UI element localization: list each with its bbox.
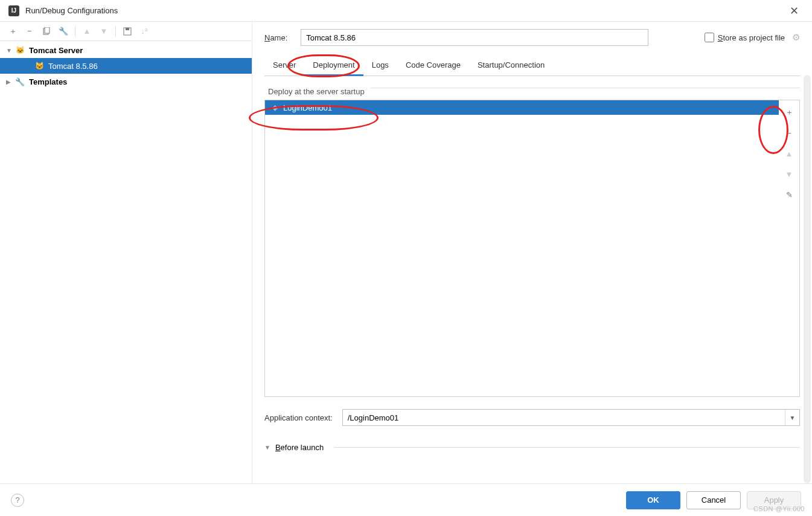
tree-label: Templates (28, 77, 67, 86)
app-context-row: Application context: ▼ (264, 409, 800, 426)
move-up-icon: ▲ (80, 25, 94, 38)
right-panel: Name: Store as project file ⚙ Server Dep… (252, 22, 812, 483)
artifact-icon: ◈ (270, 103, 280, 112)
deploy-item[interactable]: ◈ LoginDemo01 (265, 100, 779, 115)
deploy-area: ◈ LoginDemo01 ＋ − ▲ ▼ ✎ (264, 100, 800, 397)
close-icon[interactable]: ✕ (785, 2, 804, 20)
tree-label: Tomcat 8.5.86 (47, 62, 98, 71)
store-checkbox[interactable] (705, 33, 714, 42)
add-config-icon[interactable]: ＋ (6, 25, 19, 38)
watermark: CSDN @Yii.000 (753, 505, 805, 512)
left-toolbar: ＋ − 🔧 ▲ ▼ ↓ª (0, 22, 252, 41)
tab-startup-connection[interactable]: Startup/Connection (469, 57, 553, 76)
deploy-toolbar: ＋ − ▲ ▼ ✎ (779, 100, 799, 396)
ok-button[interactable]: OK (626, 491, 680, 509)
before-launch-section[interactable]: ▼ Before launch (264, 443, 800, 452)
divider (334, 447, 800, 448)
expand-icon[interactable] (6, 79, 14, 85)
tree-node-tomcat-instance[interactable]: 🐱 Tomcat 8.5.86 (0, 58, 252, 74)
app-context-combo[interactable]: ▼ (342, 409, 800, 426)
tree-label: Tomcat Server (28, 46, 83, 55)
name-input[interactable] (301, 29, 648, 46)
app-context-input[interactable] (343, 410, 785, 425)
tab-deployment[interactable]: Deployment (304, 57, 363, 76)
expand-icon[interactable] (6, 47, 14, 54)
remove-config-icon[interactable]: − (23, 25, 36, 38)
copy-config-icon[interactable] (40, 25, 53, 38)
tomcat-icon: 🐱 (34, 61, 45, 71)
deploy-section-header: Deploy at the server startup (264, 76, 800, 100)
svg-rect-1 (45, 27, 50, 33)
toolbar-separator (75, 26, 75, 37)
remove-artifact-icon[interactable]: − (782, 126, 796, 140)
store-label: Store as project file (718, 33, 785, 42)
name-label: Name: (264, 33, 287, 42)
move-down-icon: ▼ (97, 25, 110, 38)
store-as-project-file[interactable]: Store as project file ⚙ (705, 32, 800, 43)
wrench-icon: 🔧 (14, 77, 25, 86)
add-artifact-icon[interactable]: ＋ (782, 105, 796, 120)
sort-icon: ↓ª (138, 25, 151, 38)
left-panel: ＋ − 🔧 ▲ ▼ ↓ª 🐱 Tomcat Server 🐱 Tomcat 8.… (0, 22, 252, 483)
help-icon[interactable]: ? (11, 494, 24, 507)
toolbar-separator (115, 26, 116, 37)
scrollbar[interactable] (804, 75, 811, 483)
window-title: Run/Debug Configurations (25, 6, 785, 15)
title-bar: IJ Run/Debug Configurations ✕ (0, 0, 812, 22)
cancel-button[interactable]: Cancel (686, 491, 741, 509)
edit-config-icon[interactable]: 🔧 (57, 25, 70, 38)
collapse-icon[interactable]: ▼ (264, 444, 270, 451)
tree-node-tomcat-server[interactable]: 🐱 Tomcat Server (0, 42, 252, 58)
name-row: Name: Store as project file ⚙ (264, 27, 800, 48)
divider (371, 88, 800, 88)
config-tree[interactable]: 🐱 Tomcat Server 🐱 Tomcat 8.5.86 🔧 Templa… (0, 41, 252, 483)
gear-icon[interactable]: ⚙ (792, 32, 800, 43)
deploy-list[interactable]: ◈ LoginDemo01 (265, 100, 779, 396)
tomcat-icon: 🐱 (14, 45, 25, 55)
svg-rect-3 (126, 28, 129, 30)
before-launch-label: Before launch (275, 443, 324, 452)
save-config-icon[interactable] (121, 25, 134, 38)
move-down-icon: ▼ (782, 167, 796, 181)
tab-server[interactable]: Server (264, 57, 304, 76)
tab-code-coverage[interactable]: Code Coverage (397, 57, 469, 76)
tree-node-templates[interactable]: 🔧 Templates (0, 74, 252, 89)
edit-pencil-icon[interactable]: ✎ (782, 187, 796, 202)
footer: ? OK Cancel Apply (0, 483, 812, 516)
move-up-icon: ▲ (782, 146, 796, 161)
app-context-label: Application context: (264, 413, 333, 422)
app-icon: IJ (8, 5, 19, 16)
tab-logs[interactable]: Logs (363, 57, 397, 76)
tabs: Server Deployment Logs Code Coverage Sta… (264, 57, 800, 76)
deploy-section-title: Deploy at the server startup (268, 87, 365, 96)
dropdown-icon[interactable]: ▼ (785, 410, 799, 425)
deploy-item-label: LoginDemo01 (283, 103, 332, 112)
